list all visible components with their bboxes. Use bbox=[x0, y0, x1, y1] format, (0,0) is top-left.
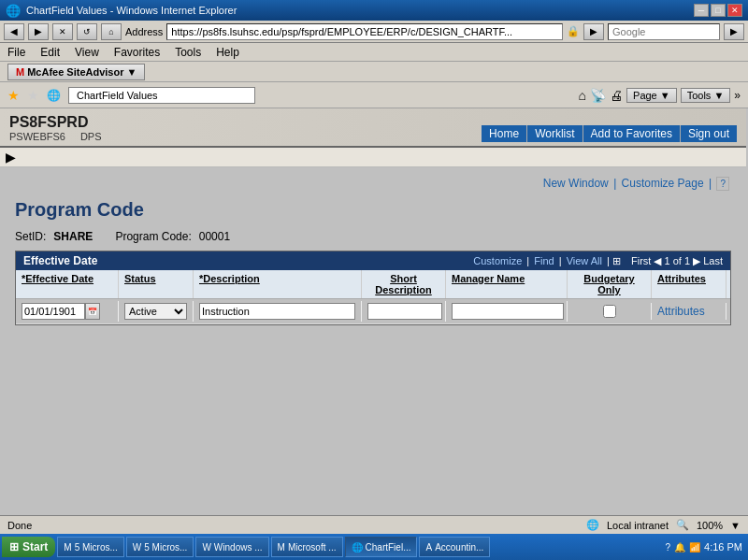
address-bar: ◀ ▶ ✕ ↺ ⌂ Address 🔒 ▶ ▶ bbox=[0, 21, 748, 43]
tray-icon-3: 📶 bbox=[689, 542, 700, 553]
ps-system-name: PS8FSPRD bbox=[9, 114, 102, 131]
prev-page-icon[interactable]: ◀ bbox=[654, 255, 664, 266]
menu-file[interactable]: File bbox=[7, 46, 25, 59]
calendar-button[interactable]: 📅 bbox=[85, 303, 100, 320]
table-row: 📅 Active Inactive bbox=[16, 299, 730, 324]
mgr-name-input[interactable] bbox=[452, 303, 564, 320]
status-bar: Done 🌐 Local intranet 🔍 100% ▼ bbox=[0, 515, 748, 534]
ps-header: PS8FSPRD PSWEBFS6 DPS Home Worklist Add … bbox=[0, 108, 746, 148]
start-label: Start bbox=[22, 540, 48, 553]
ps-branding: PS8FSPRD PSWEBFS6 DPS bbox=[9, 114, 102, 142]
taskbar-item-1[interactable]: W 5 Micros... bbox=[126, 537, 194, 557]
nav-worklist[interactable]: Worklist bbox=[526, 125, 582, 142]
search-input[interactable] bbox=[608, 23, 720, 40]
customize-page-link[interactable]: Customize Page bbox=[622, 177, 704, 190]
zoom-arrow: ▼ bbox=[730, 520, 741, 531]
help-link[interactable]: ? bbox=[716, 177, 729, 190]
prog-code-label: Program Code: bbox=[115, 230, 191, 243]
col-header-budgetary: Budgetary Only bbox=[568, 270, 652, 298]
print-icon[interactable]: 🖨 bbox=[610, 88, 623, 103]
search-go-button[interactable]: ▶ bbox=[724, 23, 744, 40]
menu-edit[interactable]: Edit bbox=[40, 46, 60, 59]
col-header-attrs: Attributes bbox=[652, 270, 726, 298]
taskbar-item-5[interactable]: A Accountin... bbox=[419, 537, 490, 557]
nav-home[interactable]: Home bbox=[482, 125, 526, 142]
scroll-content[interactable]: PS8FSPRD PSWEBFS6 DPS Home Worklist Add … bbox=[0, 108, 748, 493]
refresh-button[interactable]: ↺ bbox=[77, 23, 97, 40]
back-button[interactable]: ◀ bbox=[4, 23, 24, 40]
taskbar-item-0[interactable]: M 5 Micros... bbox=[57, 537, 123, 557]
mcafee-logo: M bbox=[16, 66, 24, 78]
budgetary-checkbox[interactable] bbox=[603, 305, 616, 318]
window-title: ChartField Values - Windows Internet Exp… bbox=[26, 5, 237, 16]
cell-desc bbox=[194, 301, 362, 322]
setid-label: SetID: bbox=[15, 230, 46, 243]
next-page-icon[interactable]: ▶ bbox=[693, 255, 703, 266]
cell-attrs: Attributes bbox=[652, 303, 726, 320]
separator1: | bbox=[613, 177, 619, 190]
tools-menu[interactable]: Tools ▼ bbox=[681, 88, 731, 103]
view-all-link[interactable]: View All bbox=[567, 255, 602, 266]
cell-short-desc bbox=[362, 301, 446, 322]
more-icon[interactable]: » bbox=[734, 89, 741, 102]
task-label-3: Microsoft ... bbox=[288, 542, 337, 553]
menu-view[interactable]: View bbox=[75, 46, 99, 59]
task-icon-0: M bbox=[64, 542, 71, 553]
home-button[interactable]: ⌂ bbox=[101, 23, 122, 40]
last-label[interactable]: Last bbox=[703, 255, 723, 266]
task-label-2: Windows ... bbox=[214, 542, 263, 553]
menu-favorites[interactable]: Favorites bbox=[114, 46, 160, 59]
status-left: Done bbox=[7, 520, 32, 531]
page-content: New Window | Customize Page | ? Program … bbox=[0, 167, 746, 331]
desc-input[interactable] bbox=[199, 303, 355, 320]
addr-go-button[interactable]: ▶ bbox=[583, 23, 604, 40]
toolbar-icons: ⌂ 📡 🖨 Page ▼ Tools ▼ » bbox=[579, 88, 741, 103]
menu-help[interactable]: Help bbox=[216, 46, 239, 59]
stop-button[interactable]: ✕ bbox=[52, 23, 73, 40]
zoom-text: 100% bbox=[697, 520, 723, 531]
nav-sign-out[interactable]: Sign out bbox=[680, 125, 737, 142]
grid-header-bar: Effective Date Customize | Find | View A… bbox=[16, 251, 730, 270]
task-icon-2: W bbox=[202, 542, 210, 553]
taskbar-item-2[interactable]: W Windows ... bbox=[195, 537, 268, 557]
maximize-button[interactable]: □ bbox=[711, 4, 726, 17]
task-icon-5: A bbox=[425, 542, 432, 553]
ps-dept: DPS bbox=[80, 131, 102, 142]
grid-title: Effective Date bbox=[23, 254, 97, 267]
grid-controls: Customize | Find | View All | ⊞ First ◀ … bbox=[471, 255, 723, 267]
home-icon[interactable]: ⌂ bbox=[579, 88, 586, 103]
ps-toolbar: ▶ bbox=[0, 148, 746, 167]
menu-tools[interactable]: Tools bbox=[175, 46, 201, 59]
forward-button[interactable]: ▶ bbox=[28, 23, 49, 40]
page-links: New Window | Customize Page | ? bbox=[15, 173, 731, 194]
start-button[interactable]: ⊞ Start bbox=[2, 537, 55, 557]
short-desc-input[interactable] bbox=[367, 303, 442, 320]
find-link[interactable]: Find bbox=[534, 255, 554, 266]
setid-row: SetID: SHARE Program Code: 00001 bbox=[15, 230, 731, 243]
taskbar-item-4[interactable]: 🌐 ChartFiel... bbox=[345, 537, 418, 557]
address-input[interactable] bbox=[166, 23, 563, 40]
taskbar-item-3[interactable]: M Microsoft ... bbox=[271, 537, 343, 557]
eff-date-input[interactable] bbox=[22, 303, 85, 320]
status-select[interactable]: Active Inactive bbox=[124, 303, 187, 320]
page-menu[interactable]: Page ▼ bbox=[626, 88, 677, 103]
new-window-link[interactable]: New Window bbox=[543, 177, 609, 190]
minimize-button[interactable]: ─ bbox=[694, 4, 709, 17]
mcafee-label: McAfee SiteAdvisor bbox=[27, 66, 123, 78]
pagination-first[interactable]: First bbox=[631, 255, 651, 266]
close-button[interactable]: ✕ bbox=[727, 4, 742, 17]
customize-link[interactable]: Customize bbox=[473, 255, 522, 266]
nav-add-favorites[interactable]: Add to Favorites bbox=[583, 125, 680, 142]
ps-nav-links: Home Worklist Add to Favorites Sign out bbox=[482, 125, 737, 142]
toolbar-back-icon[interactable]: ▶ bbox=[6, 150, 16, 165]
feeds-icon[interactable]: 📡 bbox=[590, 88, 606, 103]
windows-logo: ⊞ bbox=[9, 540, 19, 553]
grid-icon[interactable]: ⊞ bbox=[612, 255, 621, 266]
attributes-link[interactable]: Attributes bbox=[657, 305, 705, 318]
mcafee-button[interactable]: M McAfee SiteAdvisor ▼ bbox=[7, 64, 145, 80]
lock-icon: 🔒 bbox=[567, 25, 580, 37]
tray-time: 4:16 PM bbox=[704, 541, 742, 553]
browser-window: 🌐 ChartField Values - Windows Internet E… bbox=[0, 0, 748, 560]
setid-value: SHARE bbox=[53, 230, 93, 243]
page-info: 1 of 1 bbox=[665, 255, 691, 266]
